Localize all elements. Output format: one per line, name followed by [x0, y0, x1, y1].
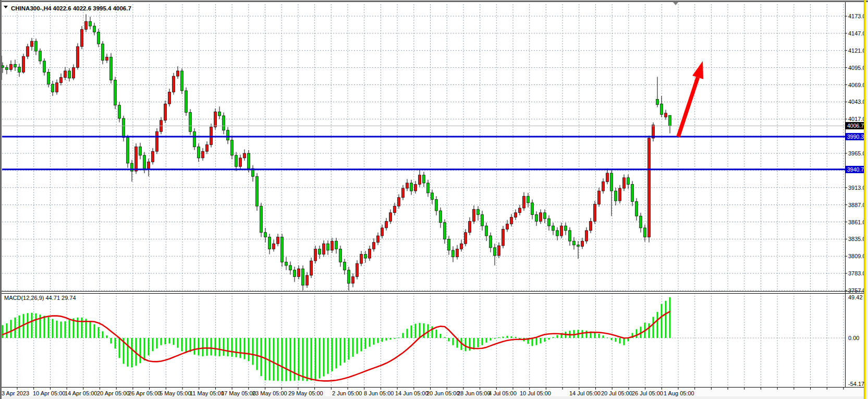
candle-bear[interactable] [319, 249, 321, 254]
candle-bear[interactable] [118, 105, 121, 118]
candle-bear[interactable] [68, 71, 71, 78]
candle-bear[interactable] [435, 200, 438, 211]
candle-bear[interactable] [289, 265, 292, 270]
candle-bull[interactable] [360, 254, 363, 263]
candle-bull[interactable] [419, 175, 421, 185]
candle-bear[interactable] [110, 57, 113, 80]
candle-bull[interactable] [581, 241, 584, 246]
candle-bull[interactable] [469, 221, 471, 232]
candle-bull[interactable] [31, 41, 33, 46]
candle-bear[interactable] [47, 72, 50, 84]
candle-bear[interactable] [410, 183, 413, 191]
candle-bear[interactable] [452, 250, 455, 257]
candle-bull[interactable] [456, 249, 459, 257]
candle-bull[interactable] [381, 228, 384, 236]
candle-bear[interactable] [640, 216, 642, 228]
candle-bull[interactable] [210, 127, 213, 144]
candle-bull[interactable] [277, 237, 279, 244]
candle-bull[interactable] [273, 244, 275, 249]
candle-bear[interactable] [123, 118, 125, 138]
candle-bull[interactable] [156, 131, 158, 151]
candle-bull[interactable] [398, 198, 400, 206]
candle-bear[interactable] [423, 175, 425, 183]
candle-bull[interactable] [27, 46, 29, 56]
candle-bear[interactable] [52, 84, 54, 92]
candle-bear[interactable] [127, 138, 129, 163]
candle-bear[interactable] [256, 176, 259, 206]
candle-bull[interactable] [352, 276, 354, 283]
candle-bull[interactable] [385, 221, 388, 228]
candle-bull[interactable] [414, 184, 417, 191]
candle-bull[interactable] [331, 241, 334, 250]
candle-bear[interactable] [260, 206, 263, 233]
candle-bull[interactable] [168, 92, 171, 104]
candle-bear[interactable] [431, 193, 434, 200]
candle-bear[interactable] [35, 41, 38, 51]
candle-bear[interactable] [185, 91, 188, 113]
candle-bull[interactable] [64, 71, 67, 78]
candle-bull[interactable] [523, 196, 525, 208]
candle-bear[interactable] [656, 99, 659, 104]
candle-bull[interactable] [373, 243, 375, 249]
candle-bear[interactable] [485, 226, 488, 236]
candle-bear[interactable] [477, 209, 480, 214]
candle-bull[interactable] [598, 191, 601, 204]
candle-bull[interactable] [10, 64, 13, 69]
candle-bear[interactable] [494, 248, 496, 256]
candle-bull[interactable] [619, 188, 621, 201]
candle-bear[interactable] [364, 254, 367, 258]
candle-bear[interactable] [573, 241, 576, 245]
candle-bear[interactable] [527, 196, 530, 203]
candle-bull[interactable] [206, 145, 209, 152]
candle-bear[interactable] [548, 219, 551, 226]
candle-bear[interactable] [114, 80, 117, 105]
candle-bull[interactable] [506, 224, 509, 229]
candle-bear[interactable] [644, 228, 646, 237]
candle-bear[interactable] [444, 223, 446, 239]
candle-bear[interactable] [481, 215, 484, 226]
candle-bear[interactable] [235, 155, 238, 166]
candle-bull[interactable] [60, 78, 63, 83]
candle-bear[interactable] [610, 173, 613, 191]
candle-bull[interactable] [323, 244, 325, 254]
candle-bull[interactable] [406, 183, 409, 188]
candle-bull[interactable] [519, 208, 521, 213]
candle-bear[interactable] [143, 155, 146, 168]
candle-bull[interactable] [310, 261, 313, 275]
candle-bull[interactable] [394, 206, 396, 213]
candle-bear[interactable] [248, 153, 250, 168]
candle-bull[interactable] [502, 229, 505, 246]
candle-bull[interactable] [306, 275, 309, 285]
candle-bull[interactable] [164, 104, 167, 120]
candle-bear[interactable] [89, 21, 92, 26]
candle-bear[interactable] [18, 67, 21, 72]
candle-bear[interactable] [223, 116, 225, 130]
candle-bear[interactable] [227, 130, 229, 140]
candle-bear[interactable] [139, 147, 142, 155]
candle-bear[interactable] [327, 244, 329, 250]
candle-bear[interactable] [43, 61, 46, 72]
candle-bear[interactable] [6, 68, 8, 70]
candle-bull[interactable] [239, 158, 242, 166]
candle-bull[interactable] [369, 249, 371, 258]
candle-bull[interactable] [648, 138, 651, 237]
candle-bull[interactable] [298, 269, 300, 276]
candle-bull[interactable] [623, 178, 626, 188]
candle-bear[interactable] [635, 201, 638, 216]
candle-bear[interactable] [218, 112, 221, 116]
candle-bull[interactable] [585, 231, 588, 241]
candle-bull[interactable] [515, 213, 517, 217]
candle-bull[interactable] [510, 217, 513, 224]
candle-bear[interactable] [102, 44, 104, 61]
candle-bull[interactable] [473, 209, 475, 221]
candle-bear[interactable] [348, 270, 350, 283]
candle-bear[interactable] [189, 113, 192, 132]
candle-bull[interactable] [402, 188, 405, 198]
candle-bull[interactable] [106, 57, 108, 60]
candle-bear[interactable] [661, 104, 663, 114]
candle-bear[interactable] [669, 115, 671, 126]
candle-bear[interactable] [93, 26, 96, 32]
candle-bear[interactable] [181, 71, 184, 91]
candle-bull[interactable] [77, 46, 79, 67]
candle-bull[interactable] [460, 244, 463, 249]
